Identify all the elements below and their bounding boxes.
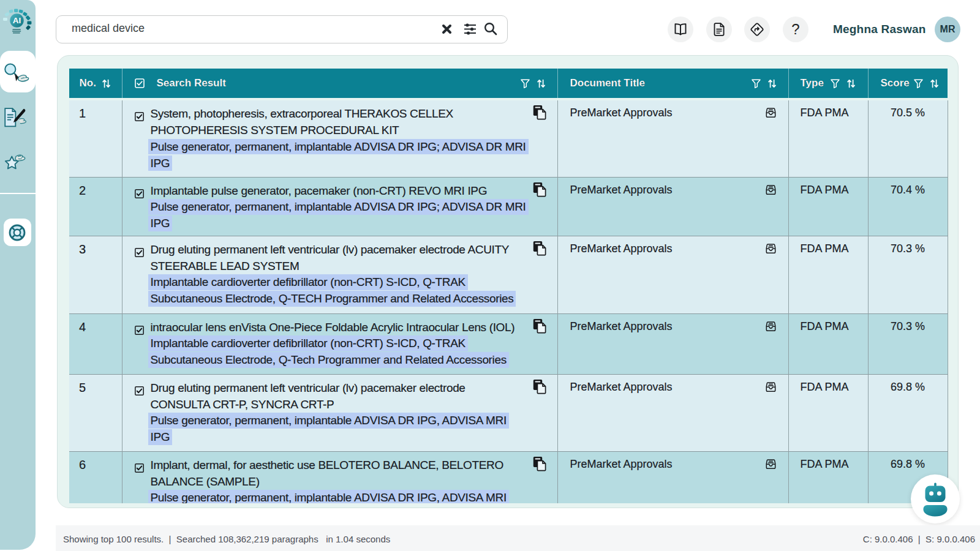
- svg-text:AI: AI: [13, 16, 21, 25]
